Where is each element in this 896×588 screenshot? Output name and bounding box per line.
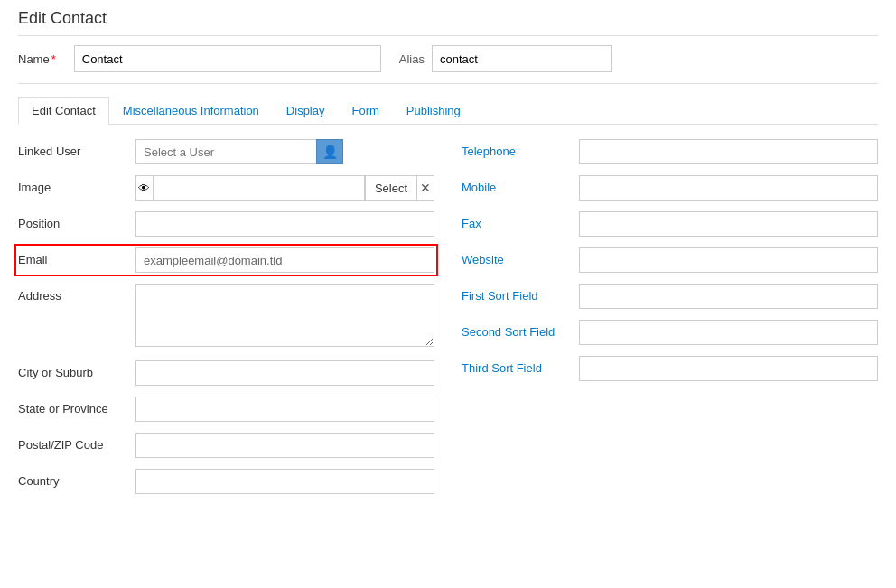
alias-group: Alias — [399, 45, 612, 72]
eye-button[interactable]: 👁 — [135, 175, 154, 201]
tab-display[interactable]: Display — [273, 97, 339, 125]
address-textarea[interactable] — [135, 284, 434, 347]
postal-row: Postal/ZIP Code — [18, 433, 434, 458]
email-label: Email — [18, 247, 135, 266]
mobile-control — [579, 175, 878, 201]
website-row: Website — [462, 247, 878, 273]
website-input[interactable] — [579, 247, 878, 273]
right-column: Telephone Mobile Fax Website — [462, 139, 878, 505]
linked-user-row: Linked User 👤 — [18, 139, 434, 164]
position-label: Position — [18, 211, 135, 230]
second-sort-input[interactable] — [579, 320, 878, 345]
page-title: Edit Contact — [18, 9, 878, 36]
image-path-input[interactable] — [154, 175, 365, 201]
email-input[interactable] — [135, 247, 434, 273]
divider — [18, 83, 878, 84]
linked-user-input[interactable] — [135, 139, 316, 164]
image-control: 👁 Select ✕ — [135, 175, 434, 201]
left-column: Linked User 👤 Image 👁 Select ✕ — [18, 139, 434, 505]
second-sort-row: Second Sort Field — [462, 320, 878, 345]
postal-input[interactable] — [135, 433, 434, 458]
country-row: Country — [18, 469, 434, 494]
address-label: Address — [18, 284, 135, 303]
clear-image-button[interactable]: ✕ — [416, 175, 434, 201]
third-sort-row: Third Sort Field — [462, 356, 878, 381]
tab-bar: Edit Contact Miscellaneous Information D… — [18, 97, 878, 125]
website-label: Website — [462, 247, 579, 266]
telephone-label: Telephone — [462, 139, 579, 158]
telephone-control — [579, 139, 878, 164]
mobile-label: Mobile — [462, 175, 579, 194]
city-input[interactable] — [135, 360, 434, 386]
linked-user-control: 👤 — [135, 139, 434, 164]
third-sort-label: Third Sort Field — [462, 356, 579, 375]
postal-control — [135, 433, 434, 458]
telephone-row: Telephone — [462, 139, 878, 164]
second-sort-control — [579, 320, 878, 345]
country-label: Country — [18, 469, 135, 488]
position-row: Position — [18, 211, 434, 237]
position-control — [135, 211, 434, 237]
image-label: Image — [18, 175, 135, 194]
country-input[interactable] — [135, 469, 434, 494]
city-label: City or Suburb — [18, 360, 135, 379]
user-icon-button[interactable]: 👤 — [316, 139, 343, 164]
city-row: City or Suburb — [18, 360, 434, 386]
address-row: Address — [18, 284, 434, 350]
alias-input[interactable] — [432, 45, 612, 72]
state-control — [135, 397, 434, 422]
fax-label: Fax — [462, 211, 579, 230]
third-sort-control — [579, 356, 878, 381]
tab-misc-info[interactable]: Miscellaneous Information — [109, 97, 273, 125]
website-control — [579, 247, 878, 273]
tab-form[interactable]: Form — [338, 97, 392, 125]
postal-label: Postal/ZIP Code — [18, 433, 135, 452]
first-sort-row: First Sort Field — [462, 284, 878, 309]
first-sort-control — [579, 284, 878, 309]
linked-user-label: Linked User — [18, 139, 135, 158]
second-sort-label: Second Sort Field — [462, 320, 579, 339]
name-label: Name* — [18, 52, 56, 66]
linked-user-group: 👤 — [135, 139, 434, 164]
first-sort-input[interactable] — [579, 284, 878, 309]
name-input[interactable] — [74, 45, 381, 72]
name-alias-row: Name* Alias — [18, 45, 878, 72]
mobile-row: Mobile — [462, 175, 878, 201]
fax-control — [579, 211, 878, 237]
state-input[interactable] — [135, 397, 434, 422]
mobile-input[interactable] — [579, 175, 878, 201]
tab-edit-contact[interactable]: Edit Contact — [18, 97, 109, 125]
third-sort-input[interactable] — [579, 356, 878, 381]
city-control — [135, 360, 434, 386]
tab-publishing[interactable]: Publishing — [393, 97, 474, 125]
telephone-input[interactable] — [579, 139, 878, 164]
fax-input[interactable] — [579, 211, 878, 237]
email-control — [135, 247, 434, 273]
fax-row: Fax — [462, 211, 878, 237]
first-sort-label: First Sort Field — [462, 284, 579, 303]
state-label: State or Province — [18, 397, 135, 415]
alias-label: Alias — [399, 52, 425, 66]
image-group: 👁 Select ✕ — [135, 175, 434, 201]
position-input[interactable] — [135, 211, 434, 237]
country-control — [135, 469, 434, 494]
email-row: Email — [18, 247, 434, 273]
select-button[interactable]: Select — [365, 175, 416, 201]
image-row: Image 👁 Select ✕ — [18, 175, 434, 201]
address-control — [135, 284, 434, 350]
form-body: Linked User 👤 Image 👁 Select ✕ — [18, 139, 878, 505]
state-row: State or Province — [18, 397, 434, 422]
